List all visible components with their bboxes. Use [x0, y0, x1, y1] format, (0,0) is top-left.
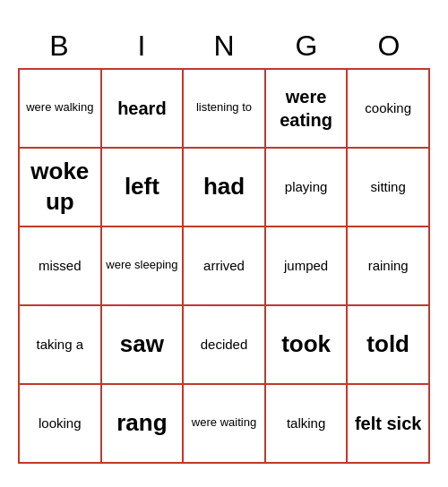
- bingo-cell: talking: [266, 385, 349, 464]
- bingo-cell: felt sick: [348, 385, 430, 464]
- bingo-cell: told: [348, 306, 430, 385]
- bingo-cell: sitting: [348, 149, 430, 227]
- bingo-cell: rang: [102, 385, 185, 464]
- bingo-cell: cooking: [348, 70, 430, 149]
- bingo-cell: decided: [184, 306, 266, 385]
- bingo-cell: playing: [266, 149, 349, 227]
- bingo-cell: took: [266, 306, 349, 385]
- bingo-cell: saw: [102, 306, 185, 385]
- bingo-cell: had: [184, 149, 266, 227]
- bingo-cell: were eating: [266, 70, 349, 149]
- bingo-cell: looking: [20, 385, 102, 464]
- bingo-cell: arrived: [184, 227, 266, 306]
- header-letter: G: [265, 24, 348, 68]
- bingo-cell: woke up: [20, 149, 102, 227]
- bingo-cell: were waiting: [184, 385, 266, 464]
- bingo-header: BINGO: [18, 24, 430, 68]
- bingo-cell: jumped: [266, 227, 349, 306]
- header-letter: B: [18, 24, 100, 68]
- header-letter: O: [348, 24, 430, 68]
- bingo-card: BINGO were walkingheardlistening towere …: [18, 24, 430, 464]
- bingo-cell: left: [102, 149, 185, 227]
- header-letter: I: [100, 24, 183, 68]
- bingo-grid: were walkingheardlistening towere eating…: [18, 68, 430, 464]
- bingo-cell: heard: [102, 70, 185, 149]
- bingo-cell: listening to: [184, 70, 266, 149]
- bingo-cell: raining: [348, 227, 430, 306]
- bingo-cell: were walking: [20, 70, 102, 149]
- bingo-cell: missed: [20, 227, 102, 306]
- header-letter: N: [183, 24, 265, 68]
- bingo-cell: were sleeping: [102, 227, 185, 306]
- bingo-cell: taking a: [20, 306, 102, 385]
